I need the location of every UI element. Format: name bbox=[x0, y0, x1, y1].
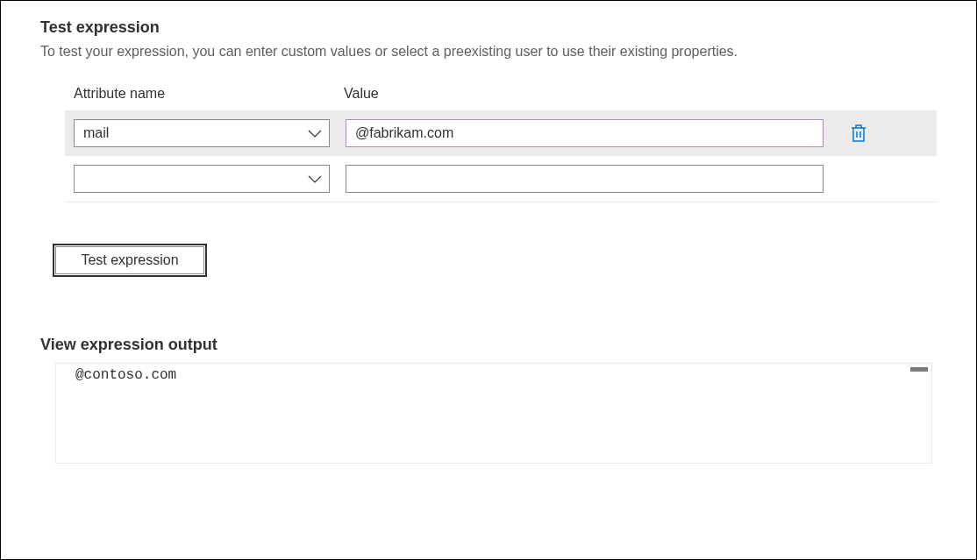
test-expression-description: To test your expression, you can enter c… bbox=[40, 44, 937, 60]
attribute-name-dropdown[interactable] bbox=[74, 165, 330, 193]
test-expression-title: Test expression bbox=[40, 18, 937, 37]
expression-output[interactable]: @contoso.com bbox=[55, 363, 932, 464]
test-expression-button[interactable]: Test expression bbox=[55, 246, 204, 274]
output-section-title: View expression output bbox=[40, 336, 937, 354]
chevron-down-icon bbox=[308, 130, 320, 137]
attribute-name-dropdown[interactable]: mail bbox=[74, 119, 330, 147]
delete-icon[interactable] bbox=[850, 124, 867, 143]
attribute-name-selected: mail bbox=[83, 125, 109, 141]
attribute-name-header: Attribute name bbox=[74, 86, 165, 101]
table-row: mail bbox=[65, 110, 937, 156]
value-input[interactable] bbox=[346, 119, 824, 147]
chevron-down-icon bbox=[308, 175, 320, 182]
table-row bbox=[65, 156, 937, 202]
value-header: Value bbox=[344, 86, 379, 101]
table-header-row: Attribute name Value bbox=[65, 86, 937, 102]
value-input[interactable] bbox=[346, 165, 824, 193]
attribute-table: Attribute name Value mail bbox=[65, 86, 937, 202]
